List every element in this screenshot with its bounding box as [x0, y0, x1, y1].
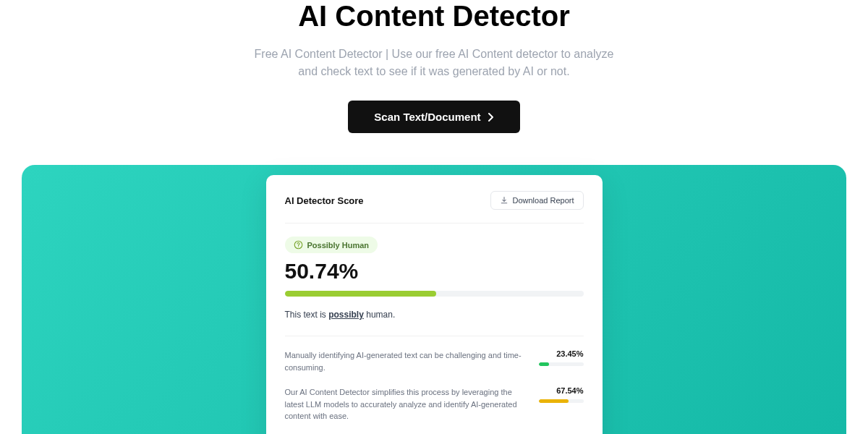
status-badge-text: Possibly Human: [307, 241, 370, 250]
download-report-button[interactable]: Download Report: [490, 191, 584, 210]
score-header-label: AI Detector Score: [285, 195, 364, 206]
sentence-text: Our AI Content Detector simplifies this …: [285, 386, 524, 422]
sentence-bar: [539, 399, 584, 403]
result-text: This text is possibly human.: [285, 310, 584, 336]
page-title: AI Content Detector: [0, 0, 868, 33]
scan-button[interactable]: Scan Text/Document: [348, 101, 519, 133]
sentence-results: Manually identifying AI-generated text c…: [285, 349, 584, 434]
sentence-text: Manually identifying AI-generated text c…: [285, 349, 524, 373]
score-card: AI Detector Score Download Report Possib…: [266, 175, 603, 434]
score-value: 50.74%: [285, 259, 584, 284]
download-report-label: Download Report: [513, 196, 574, 205]
demo-panel: AI Detector Score Download Report Possib…: [22, 165, 846, 434]
status-badge: Possibly Human: [285, 237, 378, 253]
list-item: Our AI Content Detector simplifies this …: [285, 386, 584, 422]
main-progress-fill: [285, 291, 437, 297]
main-progress-bar: [285, 291, 584, 297]
sentence-bar: [539, 362, 584, 366]
chevron-right-icon: [488, 113, 494, 122]
download-icon: [500, 196, 509, 205]
sentence-pct: 23.45%: [539, 349, 584, 358]
question-circle-icon: [294, 240, 303, 250]
page-subtitle: Free AI Content Detector | Use our free …: [246, 46, 622, 80]
list-item: Manually identifying AI-generated text c…: [285, 349, 584, 373]
scan-button-label: Scan Text/Document: [374, 111, 480, 123]
sentence-pct: 67.54%: [539, 386, 584, 395]
